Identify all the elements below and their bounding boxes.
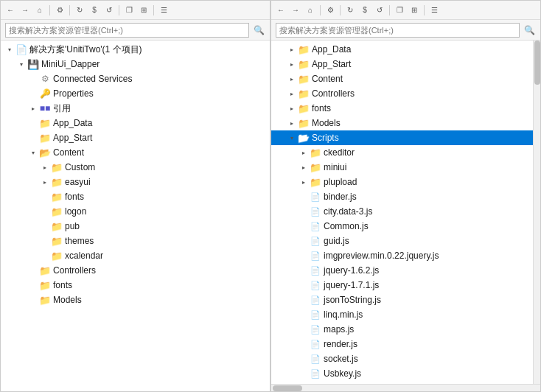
right-app-data-item[interactable]: 📁 App_Data — [271, 42, 533, 57]
socket-js-item[interactable]: 📄 socket.js — [271, 351, 533, 366]
usbkey-js-item[interactable]: 📄 Usbkey.js — [271, 366, 533, 381]
left-app-data-item[interactable]: 📁 App_Data — [1, 116, 270, 130]
city-data-js-item[interactable]: 📄 city.data-3.js — [271, 204, 533, 219]
linq-min-js-icon: 📄 — [310, 309, 321, 321]
jsontostring-js-item[interactable]: 📄 jsonToString.js — [271, 293, 533, 307]
binder-js-item[interactable]: 📄 binder.js — [271, 189, 533, 204]
xcalendar-label: xcalendar — [65, 251, 103, 261]
left-toolbar: ← → ⌂ ⚙ ↻ $ ↺ ❐ ⊞ ☰ — [1, 1, 270, 20]
plupload-item[interactable]: 📁 plupload — [271, 175, 533, 189]
right-sep1 — [320, 5, 321, 15]
refresh-button[interactable]: ↻ — [73, 4, 86, 17]
back-button[interactable]: ← — [4, 4, 17, 17]
imgpreview-js-item[interactable]: 📄 imgpreview.min.0.22.jquery.js — [271, 248, 533, 263]
left-models-icon: 📁 — [39, 294, 51, 306]
left-app-start-item[interactable]: 📁 App_Start — [1, 130, 270, 145]
logon-item[interactable]: 📁 logon — [1, 204, 270, 219]
right-controllers-label: Controllers — [312, 88, 355, 99]
menu-button[interactable]: ☰ — [157, 4, 170, 17]
easyui-label: easyui — [65, 177, 91, 187]
left-app-start-icon: 📁 — [39, 132, 51, 144]
left-controllers-item[interactable]: 📁 Controllers — [1, 263, 270, 278]
scripts-item[interactable]: 📂 Scripts — [271, 130, 533, 145]
right-back-button[interactable]: ← — [274, 4, 287, 17]
easyui-item[interactable]: 📁 easyui — [1, 175, 270, 189]
render-js-item[interactable]: 📄 render.js — [271, 337, 533, 351]
left-models-item[interactable]: 📁 Models — [1, 293, 270, 307]
right-controllers-item[interactable]: 📁 Controllers — [271, 86, 533, 101]
right-settings-button[interactable]: ⚙ — [324, 4, 337, 17]
themes-label: themes — [65, 236, 94, 246]
settings-button[interactable]: ⚙ — [53, 4, 66, 17]
undo-button[interactable]: ↺ — [102, 4, 116, 17]
jsontostring-js-label: jsonToString.js — [324, 295, 381, 305]
jquery171-js-item[interactable]: 📄 jquery-1.7.1.js — [271, 278, 533, 293]
right-undo-button[interactable]: ↺ — [373, 4, 386, 17]
forward-button[interactable]: → — [18, 4, 32, 17]
right-controllers-arrow — [286, 88, 298, 99]
grid-button[interactable]: ⊞ — [137, 4, 150, 17]
copy-button[interactable]: ❐ — [122, 4, 136, 17]
themes-icon: 📁 — [51, 235, 63, 247]
logon-arrow — [39, 206, 51, 217]
ckeditor-item[interactable]: 📁 ckeditor — [271, 145, 533, 160]
miniui-icon: 📁 — [310, 161, 321, 173]
left-content-item[interactable]: 📂 Content — [1, 145, 270, 160]
themes-item[interactable]: 📁 themes — [1, 234, 270, 248]
maps-js-item[interactable]: 📄 maps.js — [271, 322, 533, 337]
right-app-start-item[interactable]: 📁 App_Start — [271, 57, 533, 71]
jquery171-js-icon: 📄 — [310, 279, 321, 291]
right-bottom-scrollbar-thumb[interactable] — [273, 385, 302, 391]
linq-min-js-item[interactable]: 📄 linq.min.js — [271, 307, 533, 322]
right-forward-button[interactable]: → — [289, 4, 302, 17]
pub-icon: 📁 — [51, 220, 63, 232]
left-fonts-item[interactable]: 📁 fonts — [1, 189, 270, 204]
right-dollar-button[interactable]: $ — [358, 4, 371, 17]
guid-js-item[interactable]: 📄 guid.js — [271, 234, 533, 248]
properties-item[interactable]: 🔑 Properties — [1, 86, 270, 101]
right-refresh-button[interactable]: ↻ — [343, 4, 357, 17]
left-search-input[interactable] — [5, 23, 249, 38]
city-data-js-label: city.data-3.js — [324, 206, 372, 217]
connected-services-item[interactable]: ⚙ Connected Services — [1, 71, 270, 86]
left-tree: 📄 解决方案'UnitiTwo'(1 个项目) 💾 MiniUi_Dapper … — [1, 41, 270, 391]
right-app-start-icon: 📁 — [298, 58, 310, 70]
dollar-button[interactable]: $ — [88, 4, 101, 17]
right-scrollbar-thumb[interactable] — [534, 41, 540, 85]
city-data-js-icon: 📄 — [310, 206, 321, 217]
jquery162-js-item[interactable]: 📄 jquery-1.6.2.js — [271, 263, 533, 278]
project-item[interactable]: 💾 MiniUi_Dapper — [1, 57, 270, 71]
right-menu-button[interactable]: ☰ — [427, 4, 441, 17]
home-button[interactable]: ⌂ — [33, 4, 46, 17]
common-js-icon: 📄 — [310, 220, 321, 232]
right-content-item[interactable]: 📁 Content — [271, 71, 533, 86]
connected-label: Connected Services — [53, 74, 132, 84]
right-scrollbar[interactable] — [533, 41, 540, 384]
right-fonts-item[interactable]: 📁 fonts — [271, 101, 533, 116]
common-js-item[interactable]: 📄 Common.js — [271, 219, 533, 234]
right-home-button[interactable]: ⌂ — [304, 4, 317, 17]
left-app-data-icon: 📁 — [39, 117, 51, 129]
refs-arrow — [27, 102, 39, 114]
render-js-icon: 📄 — [310, 338, 321, 350]
pub-item[interactable]: 📁 pub — [1, 219, 270, 234]
right-models-item[interactable]: 📁 Models — [271, 116, 533, 130]
logon-label: logon — [65, 206, 86, 217]
left-fonts2-item[interactable]: 📁 fonts — [1, 278, 270, 293]
solution-label: 解决方案'UnitiTwo'(1 个项目) — [29, 43, 142, 56]
xcalendar-item[interactable]: 📁 xcalendar — [1, 248, 270, 263]
miniui-item[interactable]: 📁 miniui — [271, 160, 533, 175]
right-search-icon[interactable]: 🔍 — [523, 24, 536, 37]
custom-item[interactable]: 📁 Custom — [1, 160, 270, 175]
right-bottom-scrollbar[interactable] — [271, 384, 540, 391]
left-search-icon[interactable]: 🔍 — [252, 24, 265, 37]
right-grid-button[interactable]: ⊞ — [408, 4, 421, 17]
ckeditor-icon: 📁 — [310, 147, 321, 158]
right-panel-inner: 📁 App_Data 📁 App_Start 📁 Content 📁 Contr… — [271, 41, 540, 384]
left-models-label: Models — [53, 295, 82, 305]
solution-item[interactable]: 📄 解决方案'UnitiTwo'(1 个项目) — [1, 42, 270, 57]
right-search-input[interactable] — [276, 23, 520, 38]
right-fonts-label: fonts — [312, 103, 331, 113]
right-copy-button[interactable]: ❐ — [393, 4, 406, 17]
refs-item[interactable]: ■■ 引用 — [1, 101, 270, 116]
